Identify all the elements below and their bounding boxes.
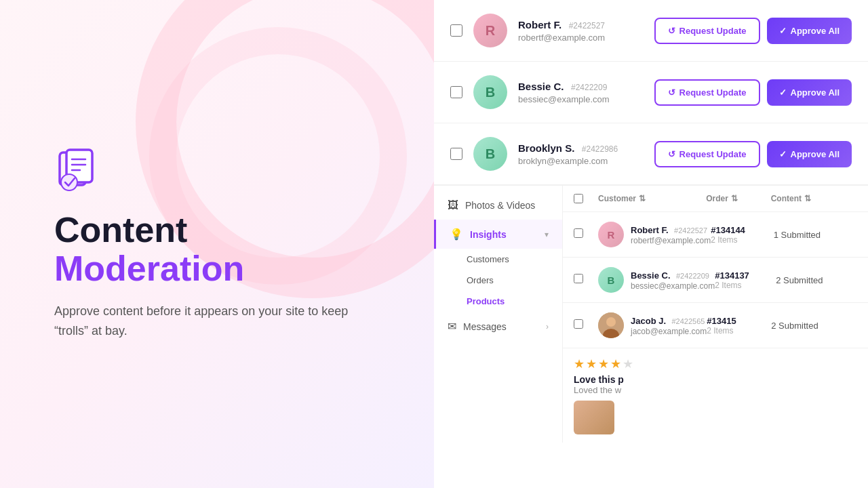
sort-icon-content[interactable]: ⇅ [804,194,811,203]
review-subtitle: Loved the w [574,385,857,395]
main-subtext: Approve content before it appears on you… [54,302,380,341]
td-content-bessie: 2 Submitted [776,275,857,285]
table-user-id-jacob: #2422565 [671,317,705,325]
card-actions-brooklyn: ↺ Request Update ✓ Approve All [654,141,852,167]
star-5: ★ [623,357,633,371]
th-content: Content ⇅ [771,194,857,203]
user-id-bessie: #2422209 [571,83,607,92]
user-name-brooklyn: Brooklyn S. [518,142,574,154]
review-preview: ★ ★ ★ ★ ★ Love this p Loved the w [563,348,868,443]
approve-all-button-brooklyn[interactable]: ✓ Approve All [767,141,852,167]
table-row: Jacob J. #2422565 jacob@example.com #134… [563,303,868,348]
request-update-button-brooklyn[interactable]: ↺ Request Update [654,141,760,167]
user-email-brooklyn: broklyn@example.com [518,156,644,166]
user-id-brooklyn: #2422986 [582,144,618,154]
table-section: Customer ⇅ Order ⇅ Content ⇅ R [563,186,868,443]
table-user-id-robert: #2422527 [674,226,707,235]
user-id-robert: #2422527 [569,21,605,30]
sidebar-item-photos-videos[interactable]: 🖼 Photos & Videos [434,191,562,220]
table-user-email-robert: robertf@example.com [631,236,711,245]
user-info-brooklyn: Brooklyn S. #2422986 broklyn@example.com [518,142,644,166]
request-update-button-robert[interactable]: ↺ Request Update [654,18,760,44]
order-num-jacob: #13415 [707,316,771,326]
table-avatar-jacob [598,312,624,338]
star-rating: ★ ★ ★ ★ ★ [574,357,857,371]
review-title: Love this p [574,374,857,385]
td-customer-jacob: Jacob J. #2422565 jacob@example.com [598,312,707,338]
user-name-robert: Robert F. [518,19,561,30]
photos-icon: 🖼 [448,199,458,211]
order-items-jacob: 2 Items [707,326,771,336]
right-panel: R Robert F. #2422527 robertf@example.com… [434,0,868,488]
approve-all-button-bessie[interactable]: ✓ Approve All [767,79,852,106]
star-2: ★ [586,357,597,371]
sidebar-item-messages[interactable]: ✉ Messages › [434,312,562,341]
checkbox-bessie[interactable] [450,86,462,98]
sort-icon-order[interactable]: ⇅ [731,194,738,203]
th-customer: Customer ⇅ [598,194,706,203]
order-items-bessie: 2 Items [715,281,776,290]
avatar-robert: R [473,14,507,47]
review-card-bessie: B Bessie C. #2422209 bessiec@example.com… [434,62,868,123]
bottom-section: 🖼 Photos & Videos 💡 Insights ▾ Customers… [434,185,868,443]
refresh-icon: ↺ [668,26,675,36]
order-num-robert: #134144 [711,225,773,235]
avatar-brooklyn: B [473,137,507,171]
card-actions-bessie: ↺ Request Update ✓ Approve All [654,79,852,106]
logo-icon [54,147,102,195]
chevron-down-icon: ▾ [545,230,549,239]
review-card-robert: R Robert F. #2422527 robertf@example.com… [434,0,868,62]
select-all-checkbox[interactable] [574,194,583,203]
table-header: Customer ⇅ Order ⇅ Content ⇅ [563,186,868,212]
star-3: ★ [598,357,609,371]
checkbox-robert[interactable] [450,24,462,37]
td-order-bessie: #134137 2 Items [715,270,776,290]
td-content-robert: 1 Submitted [774,230,857,240]
row-checkbox-robert[interactable] [574,228,583,238]
th-order: Order ⇅ [706,194,771,203]
row-checkbox-jacob[interactable] [574,319,583,329]
sort-icon-customer[interactable]: ⇅ [639,194,646,203]
sidebar-sub-products[interactable]: Products [434,291,562,312]
star-4: ★ [610,357,621,371]
check-icon: ✓ [779,149,787,159]
user-info-bessie: Bessie C. #2422209 bessiec@example.com [518,81,644,104]
avatar-bessie: B [473,75,507,109]
td-content-jacob: 2 Submitted [771,321,857,331]
main-heading: Content Moderation [54,211,380,288]
checkbox-brooklyn[interactable] [450,148,462,160]
content-count-robert: 1 Submitted [774,230,857,240]
user-email-robert: robertf@example.com [518,33,644,43]
check-icon: ✓ [779,87,787,98]
table-row: R Robert F. #2422527 robertf@example.com… [563,212,868,258]
request-update-button-bessie[interactable]: ↺ Request Update [654,79,760,106]
user-info-robert: Robert F. #2422527 robertf@example.com [518,19,644,43]
sidebar-sub-orders[interactable]: Orders [434,270,562,291]
table-user-name-bessie: Bessie C. [631,270,671,281]
table-row: B Bessie C. #2422209 bessiec@example.com… [563,258,868,303]
table-user-email-bessie: bessiec@example.com [631,281,715,291]
td-order-robert: #134144 2 Items [711,225,773,245]
table-user-email-jacob: jacob@example.com [631,327,707,336]
sidebar-item-insights[interactable]: 💡 Insights ▾ [434,220,562,249]
star-1: ★ [574,357,585,371]
left-panel: Content Moderation Approve content befor… [0,0,434,488]
svg-point-5 [61,174,77,190]
refresh-icon: ↺ [668,149,675,159]
review-thumbnail [574,401,614,434]
table-user-name-robert: Robert F. [631,225,669,235]
table-user-name-jacob: Jacob J. [631,316,666,326]
td-order-jacob: #13415 2 Items [707,316,771,336]
review-card-brooklyn: B Brooklyn S. #2422986 broklyn@example.c… [434,123,868,185]
approve-all-button-robert[interactable]: ✓ Approve All [767,18,852,44]
check-icon: ✓ [779,26,787,36]
content-count-bessie: 2 Submitted [776,275,857,285]
content-count-jacob: 2 Submitted [771,321,857,331]
table-user-id-bessie: #2422209 [676,272,709,280]
row-checkbox-bessie[interactable] [574,274,583,283]
td-customer-robert: R Robert F. #2422527 robertf@example.com [598,222,711,247]
table-avatar-robert: R [598,222,624,247]
sidebar-sub-customers[interactable]: Customers [434,249,562,270]
user-name-bessie: Bessie C. [518,81,564,92]
user-email-bessie: bessiec@example.com [518,94,644,104]
